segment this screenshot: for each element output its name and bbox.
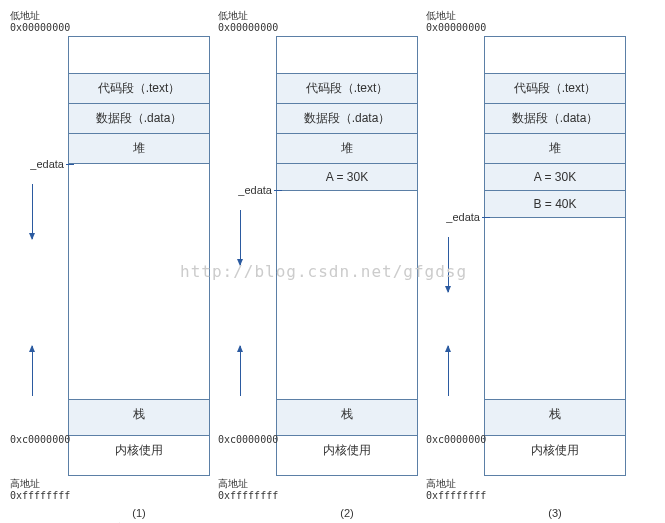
alloc-a-segment: A = 30K (277, 163, 417, 190)
caption-2: (2) A = malloc(30K) (276, 506, 418, 523)
edata-marker: _edata (426, 211, 480, 223)
low-addr-label: 低地址 0x00000000 (218, 10, 278, 34)
stack-addr-label: 0xc0000000 (218, 434, 278, 445)
data-segment: 数据段（.data） (485, 103, 625, 133)
stack-segment: 栈 (69, 399, 209, 435)
heap-grow-arrow (32, 184, 33, 239)
kernel-segment: 内核使用 (69, 435, 209, 475)
data-segment: 数据段（.data） (277, 103, 417, 133)
text-segment: 代码段（.text） (277, 73, 417, 103)
stack-segment: 栈 (277, 399, 417, 435)
edata-marker: _edata (10, 158, 64, 170)
memory-column-3: 代码段（.text） 数据段（.data） 堆 A = 30K B = 40K … (484, 36, 626, 476)
alloc-a-segment: A = 30K (485, 163, 625, 190)
alloc-b-segment: B = 40K (485, 190, 625, 217)
blank-top (69, 37, 209, 73)
data-segment: 数据段（.data） (69, 103, 209, 133)
heap-grow-arrow (240, 210, 241, 265)
blank-top (277, 37, 417, 73)
caption-1: (1) 初始布局 (68, 506, 210, 523)
stack-grow-arrow (240, 346, 241, 396)
low-addr-label: 低地址 0x00000000 (426, 10, 486, 34)
blank-top (485, 37, 625, 73)
stack-grow-arrow (448, 346, 449, 396)
stack-segment: 栈 (485, 399, 625, 435)
edata-marker: _edata (218, 184, 272, 196)
stack-grow-arrow (32, 346, 33, 396)
text-segment: 代码段（.text） (485, 73, 625, 103)
high-addr-label: 高地址 0xffffffff (426, 478, 486, 502)
heap-segment: 堆 (485, 133, 625, 163)
memory-column-1: 代码段（.text） 数据段（.data） 堆 栈 内核使用 (68, 36, 210, 476)
heap-segment: 堆 (69, 133, 209, 163)
low-addr-label: 低地址 0x00000000 (10, 10, 70, 34)
panel-3: 低地址 0x00000000 _edata 0xc0000000 代码段（.te… (426, 10, 626, 523)
heap-grow-arrow (448, 237, 449, 292)
panel-1: 低地址 0x00000000 _edata 0xc0000000 代码段（.te… (10, 10, 210, 523)
high-addr-label: 高地址 0xffffffff (218, 478, 278, 502)
stack-addr-label: 0xc0000000 (426, 434, 486, 445)
caption-3: (3) B = malloc(40K) (484, 506, 626, 523)
high-addr-label: 高地址 0xffffffff (10, 478, 70, 502)
heap-segment: 堆 (277, 133, 417, 163)
kernel-segment: 内核使用 (277, 435, 417, 475)
text-segment: 代码段（.text） (69, 73, 209, 103)
free-gap (69, 163, 209, 399)
kernel-segment: 内核使用 (485, 435, 625, 475)
panel-2: 低地址 0x00000000 _edata 0xc0000000 代码段（.te… (218, 10, 418, 523)
diagram-panels: 低地址 0x00000000 _edata 0xc0000000 代码段（.te… (10, 10, 655, 523)
memory-column-2: 代码段（.text） 数据段（.data） 堆 A = 30K 栈 内核使用 (276, 36, 418, 476)
free-gap (277, 190, 417, 399)
stack-addr-label: 0xc0000000 (10, 434, 70, 445)
free-gap (485, 217, 625, 399)
